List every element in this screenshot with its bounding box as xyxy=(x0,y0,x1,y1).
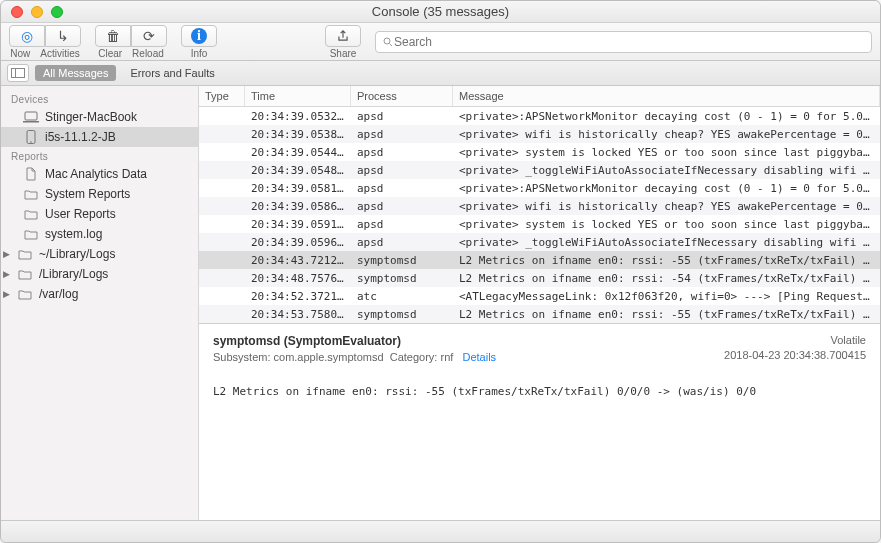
table-row[interactable]: 20:34:39.054462apsd<private> system is l… xyxy=(199,143,880,161)
cell-time: 20:34:39.053284 xyxy=(245,110,351,123)
detail-timestamp: 2018-04-23 20:34:38.700415 xyxy=(724,349,866,361)
cell-process: apsd xyxy=(351,128,453,141)
svg-rect-1 xyxy=(12,69,25,78)
cell-message: <private> system is locked YES or too so… xyxy=(453,146,880,159)
cell-message: <private> system is locked YES or too so… xyxy=(453,218,880,231)
table-row[interactable]: 20:34:39.058653apsd<private> wifi is his… xyxy=(199,197,880,215)
search-input[interactable] xyxy=(394,35,865,49)
svg-rect-4 xyxy=(23,121,39,123)
sidebar-item-label: system.log xyxy=(45,227,102,241)
share-button[interactable] xyxy=(325,25,361,47)
table-row[interactable]: 20:34:39.059159apsd<private> system is l… xyxy=(199,215,880,233)
folder-icon xyxy=(23,227,39,241)
cell-process: symptomsd xyxy=(351,272,453,285)
cell-message: <private> wifi is historically cheap? YE… xyxy=(453,200,880,213)
cell-message: <private> _toggleWiFiAutoAssociateIfNece… xyxy=(453,164,880,177)
devices-section-title: Devices xyxy=(1,90,198,107)
filter-all-messages[interactable]: All Messages xyxy=(35,65,116,81)
reload-button[interactable]: ⟳ xyxy=(131,25,167,47)
activities-button[interactable]: ↳ xyxy=(45,25,81,47)
cell-process: symptomsd xyxy=(351,308,453,321)
clear-button[interactable]: 🗑 xyxy=(95,25,131,47)
sidebar-toggle-button[interactable] xyxy=(7,64,29,82)
col-time[interactable]: Time xyxy=(245,86,351,106)
folder-icon xyxy=(23,187,39,201)
now-label: Now xyxy=(10,48,30,59)
cell-time: 20:34:39.053845 xyxy=(245,128,351,141)
cell-process: apsd xyxy=(351,146,453,159)
table-row[interactable]: 20:34:39.058122apsd<private>:APSNetworkM… xyxy=(199,179,880,197)
sidebar-report[interactable]: Mac Analytics Data xyxy=(1,164,198,184)
folder-icon xyxy=(23,207,39,221)
sidebar-path[interactable]: ▶/var/log xyxy=(1,284,198,304)
sidebar-path[interactable]: ▶~/Library/Logs xyxy=(1,244,198,264)
details-link[interactable]: Details xyxy=(462,351,496,363)
svg-rect-3 xyxy=(25,112,37,120)
table-row[interactable]: 20:34:43.721253symptomsdL2 Metrics on if… xyxy=(199,251,880,269)
cell-message: <private> _toggleWiFiAutoAssociateIfNece… xyxy=(453,236,880,249)
zoom-icon[interactable] xyxy=(51,6,63,18)
sidebar-report[interactable]: system.log xyxy=(1,224,198,244)
cell-time: 20:34:53.758001 xyxy=(245,308,351,321)
cell-process: apsd xyxy=(351,164,453,177)
table-row[interactable]: 20:34:39.054846apsd<private> _toggleWiFi… xyxy=(199,161,880,179)
sidebar-device[interactable]: i5s-11.1.2-JB xyxy=(1,127,198,147)
col-type[interactable]: Type xyxy=(199,86,245,106)
doc-icon xyxy=(23,167,39,181)
main-pane: Type Time Process Message 20:34:39.05328… xyxy=(199,86,880,520)
cell-time: 20:34:52.372115 xyxy=(245,290,351,303)
cell-message: <private>:APSNetworkMonitor decaying cos… xyxy=(453,110,880,123)
detail-title: symptomsd (SymptomEvaluator) xyxy=(213,334,496,348)
search-icon xyxy=(382,36,394,48)
cell-process: atc xyxy=(351,290,453,303)
info-button[interactable]: i xyxy=(181,25,217,47)
sidebar-report[interactable]: System Reports xyxy=(1,184,198,204)
detail-message: L2 Metrics on ifname en0: rssi: -55 (txF… xyxy=(213,385,866,398)
detail-sub: Subsystem: com.apple.symptomsd Category:… xyxy=(213,351,496,363)
detail-pane: symptomsd (SymptomEvaluator) Subsystem: … xyxy=(199,323,880,520)
sidebar-item-label: /Library/Logs xyxy=(39,267,108,281)
info-label: Info xyxy=(191,48,208,59)
cell-process: symptomsd xyxy=(351,254,453,267)
cell-time: 20:34:39.059638 xyxy=(245,236,351,249)
laptop-icon xyxy=(23,110,39,124)
sidebar-device[interactable]: Stinger-MacBook xyxy=(1,107,198,127)
search-field[interactable] xyxy=(375,31,872,53)
table-row[interactable]: 20:34:39.053284apsd<private>:APSNetworkM… xyxy=(199,107,880,125)
sidebar-item-label: Stinger-MacBook xyxy=(45,110,137,124)
reload-label: Reload xyxy=(132,48,164,59)
cell-time: 20:34:39.054846 xyxy=(245,164,351,177)
sidebar-item-label: /var/log xyxy=(39,287,78,301)
reload-icon: ⟳ xyxy=(143,28,155,44)
now-button[interactable]: ◎ xyxy=(9,25,45,47)
toolbar: ◎ ↳ Now Activities 🗑 ⟳ Clear Reload i In… xyxy=(1,23,880,61)
disclosure-icon: ▶ xyxy=(3,289,11,299)
sidebar-item-label: i5s-11.1.2-JB xyxy=(45,130,116,144)
table-row[interactable]: 20:34:52.372115atc<ATLegacyMessageLink: … xyxy=(199,287,880,305)
folder-icon xyxy=(17,247,33,261)
table-row[interactable]: 20:34:53.758001symptomsdL2 Metrics on if… xyxy=(199,305,880,323)
clear-label: Clear xyxy=(98,48,122,59)
disclosure-icon: ▶ xyxy=(3,249,11,259)
cell-message: <private>:APSNetworkMonitor decaying cos… xyxy=(453,182,880,195)
col-process[interactable]: Process xyxy=(351,86,453,106)
sidebar-report[interactable]: User Reports xyxy=(1,204,198,224)
sidebar-path[interactable]: ▶/Library/Logs xyxy=(1,264,198,284)
svg-point-6 xyxy=(30,141,32,143)
cell-process: apsd xyxy=(351,110,453,123)
info-icon: i xyxy=(191,28,207,44)
console-window: Console (35 messages) ◎ ↳ Now Activities… xyxy=(0,0,881,543)
minimize-icon[interactable] xyxy=(31,6,43,18)
table-row[interactable]: 20:34:39.059638apsd<private> _toggleWiFi… xyxy=(199,233,880,251)
activities-icon: ↳ xyxy=(57,28,69,44)
table-header: Type Time Process Message xyxy=(199,86,880,107)
cell-time: 20:34:39.054462 xyxy=(245,146,351,159)
reports-section-title: Reports xyxy=(1,147,198,164)
col-message[interactable]: Message xyxy=(453,86,880,106)
log-rows: 20:34:39.053284apsd<private>:APSNetworkM… xyxy=(199,107,880,323)
close-icon[interactable] xyxy=(11,6,23,18)
table-row[interactable]: 20:34:39.053845apsd<private> wifi is his… xyxy=(199,125,880,143)
filter-errors-faults[interactable]: Errors and Faults xyxy=(122,65,222,81)
disclosure-icon: ▶ xyxy=(3,269,11,279)
table-row[interactable]: 20:34:48.757696symptomsdL2 Metrics on if… xyxy=(199,269,880,287)
